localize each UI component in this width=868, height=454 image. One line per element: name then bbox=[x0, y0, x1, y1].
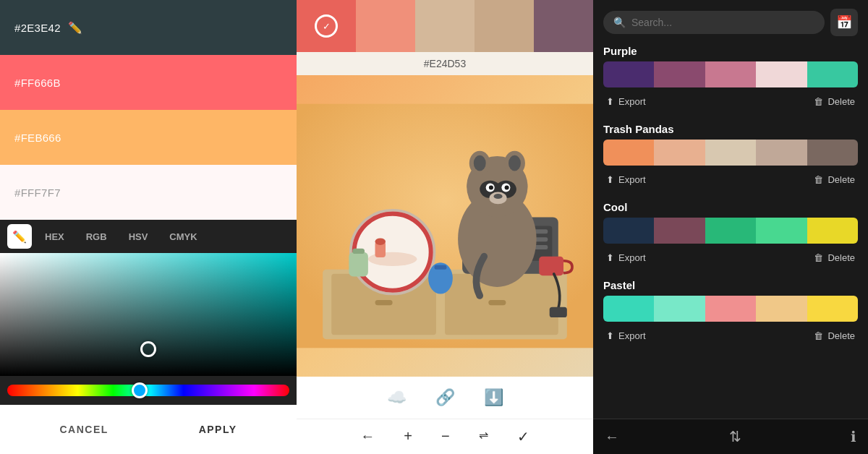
palette-color[interactable] bbox=[654, 61, 705, 87]
palette-strip-swatch-1[interactable] bbox=[356, 0, 415, 52]
palette-color[interactable] bbox=[807, 140, 858, 166]
cancel-button[interactable]: CANCEL bbox=[38, 416, 129, 442]
palette-colors-cool bbox=[603, 218, 858, 244]
svg-rect-36 bbox=[435, 265, 447, 270]
palette-item-cool: Cool ⬆ Export 🗑 Delete bbox=[603, 201, 858, 266]
palette-color[interactable] bbox=[705, 61, 756, 87]
palette-color[interactable] bbox=[603, 61, 654, 87]
color-swatch-light[interactable]: #FFF7F7 bbox=[0, 165, 297, 220]
svg-point-28 bbox=[489, 185, 493, 189]
cloud-upload-icon[interactable]: ☁️ bbox=[387, 388, 407, 407]
palette-strip-swatch-3[interactable] bbox=[475, 0, 534, 52]
palette-color[interactable] bbox=[807, 296, 858, 322]
trash-icon: 🗑 bbox=[814, 330, 823, 341]
trash-icon: 🗑 bbox=[814, 252, 823, 263]
palette-color[interactable] bbox=[603, 296, 654, 322]
delete-pastel-button[interactable]: 🗑 Delete bbox=[814, 327, 855, 344]
palette-color[interactable] bbox=[654, 296, 705, 322]
picker-gradient-overlay bbox=[0, 253, 297, 376]
search-input[interactable] bbox=[631, 17, 814, 28]
hsv-mode-button[interactable]: HSV bbox=[120, 227, 157, 247]
palette-item-trash-pandas: Trash Pandas ⬆ Export 🗑 Delete bbox=[603, 123, 858, 188]
palette-item-pastel: Pastel ⬆ Export 🗑 Delete bbox=[603, 279, 858, 344]
palette-name-cool: Cool bbox=[603, 201, 858, 213]
palette-color[interactable] bbox=[603, 218, 654, 244]
color-hex-orange: #FEB666 bbox=[14, 132, 61, 144]
export-icon: ⬆ bbox=[606, 252, 614, 263]
color-swatch-red[interactable]: #FF666B bbox=[0, 55, 297, 110]
palette-name-pastel: Pastel bbox=[603, 279, 858, 291]
export-pastel-button[interactable]: ⬆ Export bbox=[606, 327, 646, 344]
right-bottom-bar: ← ⇅ ℹ bbox=[593, 419, 868, 454]
palette-color[interactable] bbox=[756, 218, 807, 244]
palette-color[interactable] bbox=[705, 218, 756, 244]
palette-color[interactable] bbox=[705, 296, 756, 322]
color-mode-bar: ✏️ HEX RGB HSV CMYK bbox=[0, 220, 297, 253]
action-icons-row: ☁️ 🔗 ⬇️ bbox=[297, 377, 593, 419]
export-trash-pandas-button[interactable]: ⬆ Export bbox=[606, 171, 646, 188]
trash-icon: 🗑 bbox=[814, 174, 823, 185]
svg-rect-4 bbox=[375, 300, 393, 305]
svg-rect-32 bbox=[349, 252, 368, 277]
back-button[interactable]: ← bbox=[605, 429, 619, 445]
palette-actions-cool: ⬆ Export 🗑 Delete bbox=[603, 249, 858, 266]
illustration-area bbox=[297, 75, 593, 377]
check-icon[interactable]: ✓ bbox=[517, 428, 529, 445]
hex-mode-button[interactable]: HEX bbox=[36, 227, 73, 247]
delete-cool-button[interactable]: 🗑 Delete bbox=[814, 249, 855, 266]
download-icon[interactable]: ⬇️ bbox=[484, 388, 503, 407]
color-hex-red: #FF666B bbox=[14, 77, 61, 89]
palette-actions-purple: ⬆ Export 🗑 Delete bbox=[603, 93, 858, 110]
color-swatch-orange[interactable]: #FEB666 bbox=[0, 110, 297, 165]
color-picker-gradient[interactable] bbox=[0, 253, 297, 376]
color-swatch-dark[interactable]: #2E3E42 ✏️ bbox=[0, 0, 297, 55]
palette-name-trash-pandas: Trash Pandas bbox=[603, 123, 858, 135]
apply-button[interactable]: APPLY bbox=[177, 416, 259, 442]
hue-thumb[interactable] bbox=[132, 382, 148, 398]
palette-name-purple: Purple bbox=[603, 45, 858, 57]
edit-icon: ✏️ bbox=[68, 21, 82, 35]
svg-point-31 bbox=[494, 194, 503, 199]
export-purple-button[interactable]: ⬆ Export bbox=[606, 93, 646, 110]
palette-strip bbox=[297, 0, 593, 52]
export-icon: ⬆ bbox=[606, 96, 614, 107]
pencil-mode-button[interactable]: ✏️ bbox=[7, 224, 32, 249]
calendar-button[interactable]: 📅 bbox=[830, 9, 858, 36]
link-icon[interactable]: 🔗 bbox=[435, 388, 455, 407]
hue-slider[interactable] bbox=[7, 385, 289, 396]
palette-strip-swatch-4[interactable] bbox=[534, 0, 593, 52]
palette-color[interactable] bbox=[756, 140, 807, 166]
shuffle-icon[interactable]: ⇌ bbox=[479, 428, 488, 445]
export-cool-button[interactable]: ⬆ Export bbox=[606, 249, 646, 266]
palette-colors-trash-pandas bbox=[603, 140, 858, 166]
palette-strip-swatch-2[interactable] bbox=[415, 0, 475, 52]
palette-color[interactable] bbox=[705, 140, 756, 166]
right-panel: 🔍 📅 Purple ⬆ Export bbox=[593, 0, 868, 454]
palette-strip-swatch-0[interactable] bbox=[297, 0, 356, 52]
delete-trash-pandas-button[interactable]: 🗑 Delete bbox=[814, 171, 855, 188]
delete-purple-button[interactable]: 🗑 Delete bbox=[814, 93, 855, 110]
svg-rect-34 bbox=[539, 257, 563, 276]
export-icon: ⬆ bbox=[606, 330, 614, 341]
palette-color[interactable] bbox=[603, 140, 654, 166]
palette-color[interactable] bbox=[807, 218, 858, 244]
svg-rect-33 bbox=[352, 249, 365, 254]
palette-color[interactable] bbox=[654, 140, 705, 166]
info-button[interactable]: ℹ bbox=[851, 428, 856, 445]
palette-color[interactable] bbox=[807, 61, 858, 87]
palette-color[interactable] bbox=[756, 296, 807, 322]
cmyk-mode-button[interactable]: CMYK bbox=[161, 227, 205, 247]
rgb-mode-button[interactable]: RGB bbox=[77, 227, 116, 247]
minus-icon[interactable]: − bbox=[441, 428, 450, 445]
palette-color[interactable] bbox=[756, 61, 807, 87]
nav-icons-row: ← + − ⇌ ✓ bbox=[297, 419, 593, 454]
calendar-icon: 📅 bbox=[836, 14, 852, 30]
arrow-left-icon[interactable]: ← bbox=[360, 428, 375, 445]
palette-color[interactable] bbox=[654, 218, 705, 244]
sort-button[interactable]: ⇅ bbox=[729, 428, 741, 445]
svg-rect-5 bbox=[488, 300, 506, 305]
picker-cursor[interactable] bbox=[140, 341, 156, 357]
palette-colors-purple bbox=[603, 61, 858, 87]
plus-icon[interactable]: + bbox=[404, 428, 412, 445]
left-panel: #2E3E42 ✏️ #FF666B #FEB666 #FFF7F7 ✏️ HE… bbox=[0, 0, 297, 454]
